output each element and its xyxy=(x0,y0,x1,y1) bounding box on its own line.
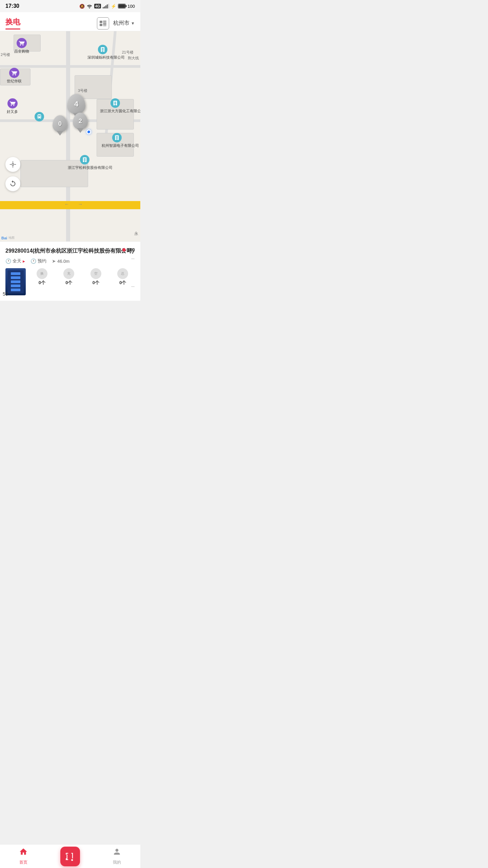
info-panel: 100 − 299280014(杭州市余杭区浙江宇松科技股份有限公司) 🕐 全天… xyxy=(0,241,140,301)
svg-rect-8 xyxy=(103,25,106,26)
marker-zhejiang[interactable]: 浙江浙大方圆化工有限公司 xyxy=(100,98,130,114)
grid-list-icon xyxy=(100,21,106,26)
slot-item-huan: 换 0个 xyxy=(30,268,54,286)
poi-label-sjhl: 世纪华联 xyxy=(7,79,22,84)
poi-circle-pqgw xyxy=(17,38,27,48)
poi-label-pqgw: 品全购物 xyxy=(14,49,29,54)
cluster-num-2: 2 xyxy=(79,118,82,125)
main-road xyxy=(0,201,140,209)
map-container[interactable]: ← → 永 2号楼 21号楼 荆大线 3号楼 品全购物 世纪华联 好又多 深圳城… xyxy=(0,31,140,241)
city-selector[interactable]: 杭州市 ▼ xyxy=(113,20,135,27)
baidu-logo: Bai xyxy=(1,236,7,240)
svg-rect-1 xyxy=(126,5,127,7)
cluster-pin-body-0: 0 xyxy=(53,115,67,132)
building-circle-ys xyxy=(80,155,89,164)
list-view-button[interactable] xyxy=(97,17,109,29)
slots-grid: 换 0个 充 0个 空 0个 总 0个 xyxy=(30,268,135,286)
svg-rect-3 xyxy=(100,21,102,23)
map-label-2hao: 2号楼 xyxy=(1,52,10,57)
svg-rect-6 xyxy=(100,24,102,26)
open-indicator: ▸ xyxy=(23,258,25,264)
header-right: 杭州市 ▼ xyxy=(97,17,135,29)
slot-item-kong: 空 0个 xyxy=(84,268,108,286)
road-arrow-right: → xyxy=(78,201,83,207)
marker-shenzhen[interactable]: 深圳城铄科技有限公司 xyxy=(87,45,118,60)
slot-visual-4 xyxy=(11,284,20,287)
svg-rect-4 xyxy=(103,21,106,22)
error-dot xyxy=(122,248,126,252)
reservation-item: 🕐 预约 xyxy=(30,258,46,264)
distance-item: ➤ 46.0m xyxy=(52,258,69,264)
marker-yusong[interactable]: 浙江宇松科技股份有限公司 xyxy=(68,155,102,170)
slot-count-zong: 0个 xyxy=(119,280,126,286)
station-inner xyxy=(7,270,24,293)
status-icons: 🔕 4G ⚡ 100 xyxy=(79,4,135,9)
svg-rect-2 xyxy=(119,4,125,8)
crosshair-icon xyxy=(9,161,17,168)
wifi-icon xyxy=(86,4,93,8)
clock-icon: 🕐 xyxy=(5,258,11,264)
slot-circle-chong: 充 xyxy=(63,268,74,279)
poi-sjhl[interactable]: 世纪华联 xyxy=(7,68,22,84)
poi-hyd[interactable]: 好又多 xyxy=(7,98,18,114)
map-label-21hao: 21号楼 xyxy=(122,50,134,55)
building-circle-hz xyxy=(112,133,122,142)
slot-circle-kong: 空 xyxy=(90,268,101,279)
poi-circle-hyd xyxy=(7,98,18,108)
cluster-pin-body-4: 4 xyxy=(67,94,85,114)
marker-hangzhou[interactable]: 杭州智源电子有限公司 xyxy=(102,133,132,148)
info-panel-right: 100 − xyxy=(116,247,135,262)
baidu-map-label: 地图 xyxy=(8,236,15,240)
slot-count-chong: 0个 xyxy=(65,280,72,286)
slot-circle-zong: 总 xyxy=(117,268,128,279)
poi-pqgw[interactable]: 品全购物 xyxy=(14,38,29,54)
marker-label-ys: 浙江宇松科技股份有限公司 xyxy=(68,165,102,170)
map-label-3hao: 3号楼 xyxy=(78,88,87,93)
bus-stop-marker[interactable] xyxy=(35,112,44,121)
signal-strength-icon xyxy=(116,248,121,252)
station-image xyxy=(5,268,26,295)
reservation-label: 预约 xyxy=(38,258,46,264)
user-location-dot xyxy=(86,130,91,134)
building-circle-zj xyxy=(110,98,120,108)
slot-count-huan: 0个 xyxy=(39,280,45,286)
slot-visual-3 xyxy=(11,280,20,283)
marker-label-sz: 深圳城铄科技有限公司 xyxy=(87,55,118,60)
building-circle-sz xyxy=(98,45,107,54)
signal-value: 100 xyxy=(127,247,135,253)
header-title-wrap: 换电 xyxy=(5,17,20,29)
slot-visual-2 xyxy=(11,276,20,279)
hours-label: 全天 xyxy=(13,258,21,264)
network-icon: 4G xyxy=(94,4,101,8)
chevron-down-icon: ▼ xyxy=(131,21,135,26)
cluster-pin-0[interactable]: 0 xyxy=(53,115,67,132)
signal-bars-icon xyxy=(103,4,109,8)
marker-label-zj: 浙江浙大方圆化工有限公司 xyxy=(100,108,130,114)
slot-item-chong: 充 0个 xyxy=(57,268,81,286)
slot-count-kong: 0个 xyxy=(93,280,99,286)
map-label-jingdaxian: 荆大线 xyxy=(128,56,139,61)
cluster-pin-4[interactable]: 4 xyxy=(67,94,85,114)
road-arrow-left: ← xyxy=(64,201,69,207)
distance-label: 46.0m xyxy=(57,259,69,264)
slot-visual-1 xyxy=(11,272,20,275)
cluster-num-4: 4 xyxy=(74,100,78,108)
slot-visual-5 xyxy=(11,289,20,291)
battery-icon xyxy=(118,4,127,8)
dash-right: − xyxy=(131,283,135,291)
mute-icon: 🔕 xyxy=(79,4,85,9)
refresh-control-button[interactable] xyxy=(5,176,20,191)
marker-label-hz: 杭州智源电子有限公司 xyxy=(102,143,132,148)
battery-text: 100 xyxy=(127,4,135,9)
city-label: 杭州市 xyxy=(113,20,129,27)
header-underline xyxy=(5,28,20,29)
cluster-pin-2[interactable]: 2 xyxy=(73,113,88,130)
baidu-watermark: Bai 地图 xyxy=(1,236,15,240)
poi-label-hyd: 好又多 xyxy=(7,109,18,114)
location-control-button[interactable] xyxy=(5,157,20,172)
minus-dash: − xyxy=(131,255,135,262)
reservation-clock-icon: 🕐 xyxy=(30,258,36,264)
header-title: 换电 xyxy=(5,17,20,27)
cluster-num-0: 0 xyxy=(58,120,62,127)
status-bar: 17:30 🔕 4G ⚡ 100 xyxy=(0,0,140,12)
